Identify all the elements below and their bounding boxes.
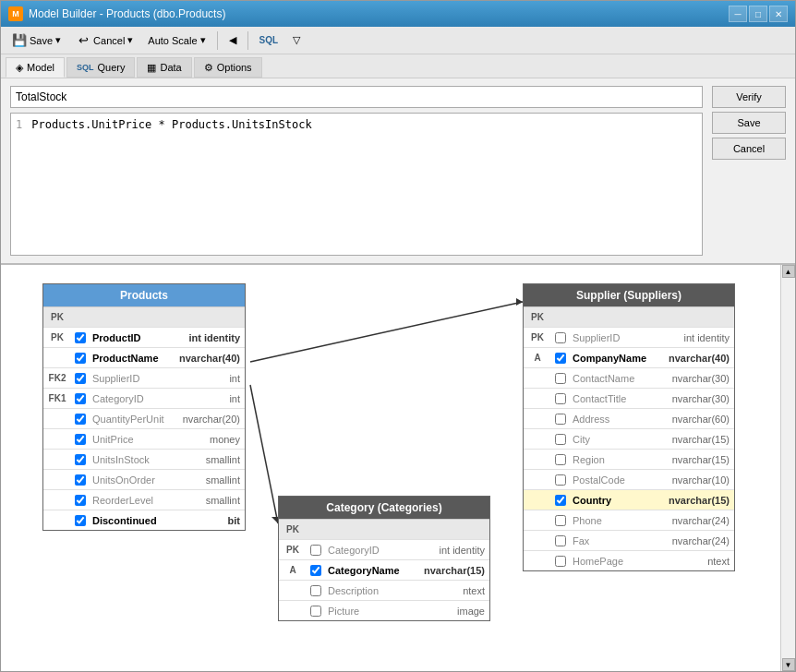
col-checkbox[interactable] xyxy=(555,556,566,567)
supplier-table: Supplier (Suppliers) PK PK SupplierID in… xyxy=(523,283,735,571)
col-checkbox[interactable] xyxy=(75,393,86,404)
formula-buttons: Verify Save Cancel xyxy=(712,86,786,160)
formula-section: 1 Products.UnitPrice * Products.UnitsInS… xyxy=(1,78,795,265)
table-row: Country nvarchar(15) xyxy=(524,489,734,510)
scroll-up-button[interactable]: ▲ xyxy=(782,265,795,278)
col-checkbox[interactable] xyxy=(555,495,566,506)
tab-query[interactable]: SQL Query xyxy=(66,57,135,78)
table-row: UnitsOnOrder smallint xyxy=(43,469,245,489)
window-controls: ─ □ ✕ xyxy=(729,6,788,22)
category-table-header: Category (Categories) xyxy=(279,497,489,519)
category-col-header: PK xyxy=(279,519,489,539)
window-title: Model Builder - Products (dbo.Products) xyxy=(29,7,729,20)
back-button[interactable]: ◀ xyxy=(223,30,243,52)
col-checkbox[interactable] xyxy=(555,414,566,425)
col-checkbox[interactable] xyxy=(555,474,566,486)
save-dropdown-icon[interactable]: ▾ xyxy=(55,34,61,46)
col-checkbox[interactable] xyxy=(555,373,566,384)
category-table: Category (Categories) PK PK CategoryID i… xyxy=(278,496,490,621)
col-checkbox[interactable] xyxy=(555,332,566,343)
table-row: Picture image xyxy=(279,600,489,620)
col-checkbox[interactable] xyxy=(75,515,86,526)
table-row: Description ntext xyxy=(279,580,489,600)
scroll-down-button[interactable]: ▼ xyxy=(782,658,795,671)
auto-scale-label: Auto Scale xyxy=(148,35,197,46)
formula-name-input[interactable] xyxy=(10,86,703,108)
col-checkbox[interactable] xyxy=(555,535,566,546)
col-checkbox[interactable] xyxy=(75,332,86,343)
formula-cancel-button[interactable]: Cancel xyxy=(712,138,786,160)
products-table: Products PK PK ProductID int identity xyxy=(42,283,246,531)
pk-header: PK xyxy=(43,312,71,322)
cancel-label: Cancel xyxy=(93,35,125,46)
table-row: Region nvarchar(15) xyxy=(524,449,734,469)
col-checkbox[interactable] xyxy=(75,414,86,425)
formula-expression: Products.UnitPrice * Products.UnitsInSto… xyxy=(31,118,311,250)
col-checkbox[interactable] xyxy=(310,606,321,617)
col-checkbox[interactable] xyxy=(75,495,86,506)
col-checkbox[interactable] xyxy=(310,565,321,576)
formula-editor: 1 Products.UnitPrice * Products.UnitsInS… xyxy=(10,113,703,256)
line-number: 1 xyxy=(16,118,22,250)
separator-1 xyxy=(217,31,218,50)
back-icon: ◀ xyxy=(229,34,236,46)
cancel-dropdown-icon[interactable]: ▾ xyxy=(127,34,133,46)
table-row: PK ProductID int identity xyxy=(43,327,245,347)
col-checkbox[interactable] xyxy=(75,434,86,445)
table-row: PostalCode nvarchar(10) xyxy=(524,469,734,489)
sql-button[interactable]: SQL xyxy=(253,30,285,52)
save-label: Save xyxy=(30,35,53,46)
close-button[interactable]: ✕ xyxy=(769,6,788,22)
table-row: HomePage ntext xyxy=(524,550,734,570)
table-row: Phone nvarchar(24) xyxy=(524,510,734,530)
cancel-button[interactable]: ↩ Cancel ▾ xyxy=(69,30,139,52)
maximize-button[interactable]: □ xyxy=(749,6,767,22)
table-row: City nvarchar(15) xyxy=(524,428,734,449)
col-checkbox[interactable] xyxy=(75,454,86,465)
data-icon: ▦ xyxy=(147,62,156,74)
col-checkbox[interactable] xyxy=(75,373,86,384)
col-checkbox[interactable] xyxy=(555,434,566,445)
table-row: PK SupplierID int identity xyxy=(524,327,734,347)
supplier-col-header: PK xyxy=(524,306,734,327)
svg-marker-1 xyxy=(516,298,523,306)
col-checkbox[interactable] xyxy=(75,474,86,486)
main-content: Products 1 Products.UnitPrice * Products… xyxy=(1,78,795,671)
col-checkbox[interactable] xyxy=(75,353,86,364)
filter-icon: ▽ xyxy=(293,34,300,46)
svg-line-2 xyxy=(250,385,278,523)
table-row: Address nvarchar(60) xyxy=(524,408,734,428)
auto-scale-button[interactable]: Auto Scale ▾ xyxy=(141,30,211,52)
formula-save-button[interactable]: Save xyxy=(712,112,786,134)
vertical-scrollbar[interactable]: ▲ ▼ xyxy=(780,265,795,671)
tab-bar: ◈ Model SQL Query ▦ Data ⚙ Options xyxy=(1,54,795,78)
save-button[interactable]: 💾 Save ▾ xyxy=(6,30,67,52)
save-icon: 💾 xyxy=(12,33,27,48)
tab-data[interactable]: ▦ Data xyxy=(137,57,191,78)
filter-button[interactable]: ▽ xyxy=(286,30,307,52)
cancel-icon: ↩ xyxy=(76,33,90,48)
tab-model-label: Model xyxy=(27,62,54,73)
col-checkbox[interactable] xyxy=(310,585,321,596)
table-row: UnitsInStock smallint xyxy=(43,449,245,469)
col-checkbox[interactable] xyxy=(555,515,566,526)
tab-options[interactable]: ⚙ Options xyxy=(194,57,262,78)
table-row: ContactTitle nvarchar(30) xyxy=(524,388,734,408)
table-row: Fax nvarchar(24) xyxy=(524,530,734,550)
verify-button[interactable]: Verify xyxy=(712,86,786,108)
tab-model[interactable]: ◈ Model xyxy=(6,57,65,78)
col-checkbox[interactable] xyxy=(310,545,321,556)
col-checkbox[interactable] xyxy=(555,393,566,404)
minimize-button[interactable]: ─ xyxy=(729,6,747,22)
svg-line-0 xyxy=(250,302,523,362)
main-window: M Model Builder - Products (dbo.Products… xyxy=(0,0,796,672)
col-checkbox[interactable] xyxy=(555,353,566,364)
separator-2 xyxy=(247,31,248,50)
table-row: Discontinued bit xyxy=(43,510,245,530)
supplier-table-header: Supplier (Suppliers) xyxy=(524,284,734,306)
model-icon: ◈ xyxy=(16,62,23,74)
auto-scale-dropdown-icon[interactable]: ▾ xyxy=(200,34,206,46)
col-checkbox[interactable] xyxy=(555,454,566,465)
table-row: ProductName nvarchar(40) xyxy=(43,347,245,367)
query-icon: SQL xyxy=(77,63,94,72)
